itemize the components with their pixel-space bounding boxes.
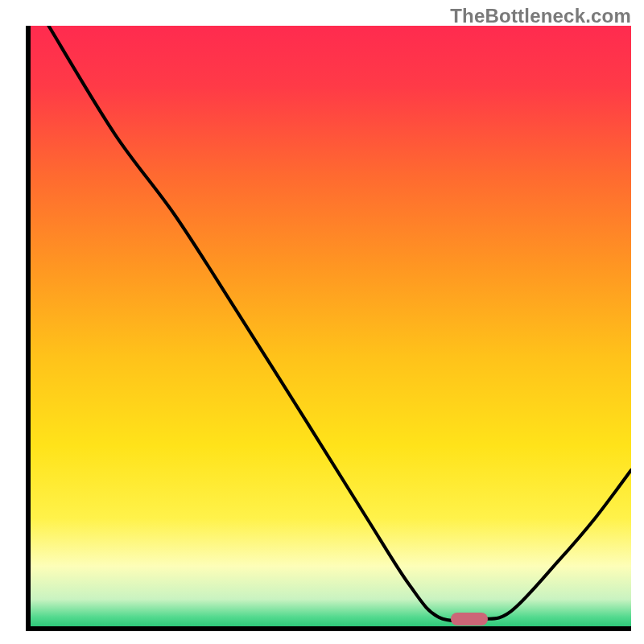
curve-layer bbox=[31, 26, 631, 626]
bottleneck-curve-path bbox=[48, 26, 631, 621]
optimal-marker bbox=[451, 613, 488, 625]
plot-area bbox=[26, 26, 631, 631]
watermark-text: TheBottleneck.com bbox=[450, 5, 631, 27]
bottleneck-chart: TheBottleneck.com bbox=[0, 0, 644, 644]
